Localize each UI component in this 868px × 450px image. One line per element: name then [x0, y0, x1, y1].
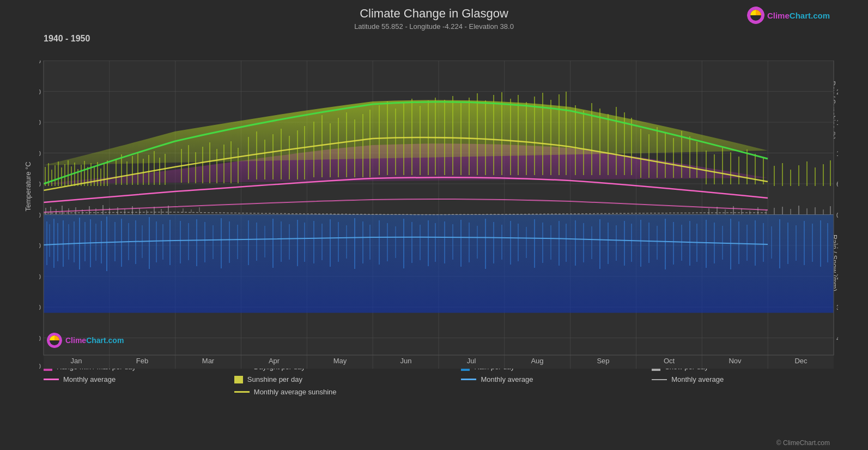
svg-rect-66	[346, 225, 347, 259]
page-container: Climate Change in Glasgow Latitude 55.85…	[0, 0, 868, 450]
svg-rect-68	[362, 221, 363, 263]
svg-rect-58	[281, 221, 282, 262]
copyright: © ClimeChart.com	[776, 439, 830, 447]
svg-rect-146	[191, 209, 192, 213]
svg-rect-185	[121, 154, 122, 185]
svg-rect-44	[162, 224, 163, 260]
svg-rect-95	[583, 223, 584, 262]
svg-rect-52	[229, 221, 230, 263]
svg-rect-150	[790, 209, 791, 214]
svg-rect-248	[616, 107, 617, 175]
svg-rect-64	[330, 219, 331, 267]
svg-rect-102	[640, 220, 641, 267]
svg-rect-246	[599, 109, 600, 175]
legend-sunshine-label: Sunshine per day	[247, 375, 302, 383]
svg-rect-261	[722, 148, 723, 184]
svg-rect-268	[782, 163, 783, 186]
svg-rect-97	[599, 219, 600, 269]
svg-rect-46	[180, 221, 181, 263]
svg-rect-67	[354, 218, 355, 269]
svg-rect-257	[689, 136, 690, 178]
svg-rect-190	[148, 155, 149, 185]
svg-text:30: 30	[836, 304, 838, 311]
svg-text:Jan: Jan	[71, 357, 82, 365]
svg-rect-82	[477, 226, 478, 259]
svg-rect-83	[485, 219, 486, 269]
svg-rect-219	[379, 105, 380, 175]
svg-rect-226	[435, 98, 436, 175]
svg-text:Sep: Sep	[597, 357, 609, 365]
svg-rect-191	[154, 151, 155, 185]
svg-text:40: 40	[836, 335, 838, 343]
svg-rect-183	[107, 160, 108, 186]
svg-rect-241	[559, 94, 560, 175]
svg-rect-104	[657, 226, 658, 260]
svg-rect-96	[591, 226, 592, 259]
svg-rect-42	[149, 217, 150, 269]
temp-avg-swatch	[44, 379, 59, 380]
svg-rect-117	[763, 223, 764, 262]
svg-text:10: 10	[836, 242, 838, 250]
svg-rect-147	[199, 207, 200, 212]
svg-rect-170	[64, 164, 65, 186]
svg-text:-30: -30	[39, 304, 41, 311]
svg-rect-27	[57, 223, 58, 261]
svg-rect-121	[796, 225, 797, 261]
svg-rect-88	[526, 227, 527, 258]
svg-rect-115	[746, 225, 748, 261]
svg-rect-229	[460, 103, 462, 175]
svg-rect-232	[485, 100, 486, 175]
svg-text:Nov: Nov	[729, 357, 742, 365]
svg-rect-262	[730, 152, 731, 184]
svg-rect-251	[640, 129, 641, 178]
svg-rect-208	[289, 136, 290, 179]
svg-rect-218	[369, 110, 371, 177]
chart-title: Climate Change in Glasgow	[0, 0, 868, 21]
svg-text:40: 40	[39, 88, 41, 96]
svg-rect-167	[54, 165, 56, 186]
svg-rect-101	[631, 224, 632, 262]
svg-rect-228	[452, 96, 453, 175]
svg-rect-61	[304, 223, 305, 262]
svg-rect-99	[616, 225, 617, 261]
svg-rect-129	[62, 206, 63, 214]
svg-rect-213	[330, 123, 331, 177]
svg-text:12: 12	[836, 150, 838, 158]
svg-rect-222	[403, 103, 404, 175]
svg-text:18: 18	[836, 119, 838, 127]
svg-rect-197	[202, 147, 203, 183]
svg-rect-56	[264, 226, 265, 257]
svg-rect-244	[583, 111, 584, 175]
svg-rect-24	[46, 221, 47, 265]
svg-rect-217	[362, 114, 363, 177]
svg-rect-120	[787, 223, 788, 264]
svg-rect-182	[104, 164, 105, 186]
svg-rect-90	[542, 223, 543, 263]
svg-rect-236	[518, 95, 519, 175]
svg-rect-210	[304, 126, 305, 179]
svg-rect-250	[631, 118, 632, 175]
logo-rest: Chart.com	[790, 11, 830, 20]
svg-text:0: 0	[39, 212, 41, 219]
svg-rect-168	[58, 161, 59, 186]
svg-text:Jun: Jun	[400, 357, 412, 365]
legend-sunshine-avg: Monthly average sunshine	[234, 388, 453, 396]
svg-rect-200	[223, 145, 224, 183]
svg-rect-216	[354, 119, 355, 177]
svg-text:Jul: Jul	[467, 357, 476, 365]
svg-rect-30	[74, 221, 75, 262]
svg-rect-186	[126, 161, 128, 185]
svg-rect-188	[137, 152, 138, 185]
year-label: 1940 - 1950	[44, 34, 90, 44]
svg-rect-110	[706, 220, 707, 268]
svg-text:30: 30	[39, 119, 41, 127]
chart-subtitle: Latitude 55.852 - Longitude -4.224 - Ele…	[0, 22, 868, 31]
svg-rect-233	[493, 95, 494, 175]
snow-avg-swatch	[652, 379, 667, 380]
svg-rect-221	[395, 109, 396, 175]
svg-rect-209	[297, 130, 298, 179]
svg-rect-267	[774, 166, 775, 186]
svg-rect-91	[550, 225, 551, 260]
svg-text:Oct: Oct	[664, 357, 675, 365]
svg-text:0: 0	[836, 212, 838, 219]
